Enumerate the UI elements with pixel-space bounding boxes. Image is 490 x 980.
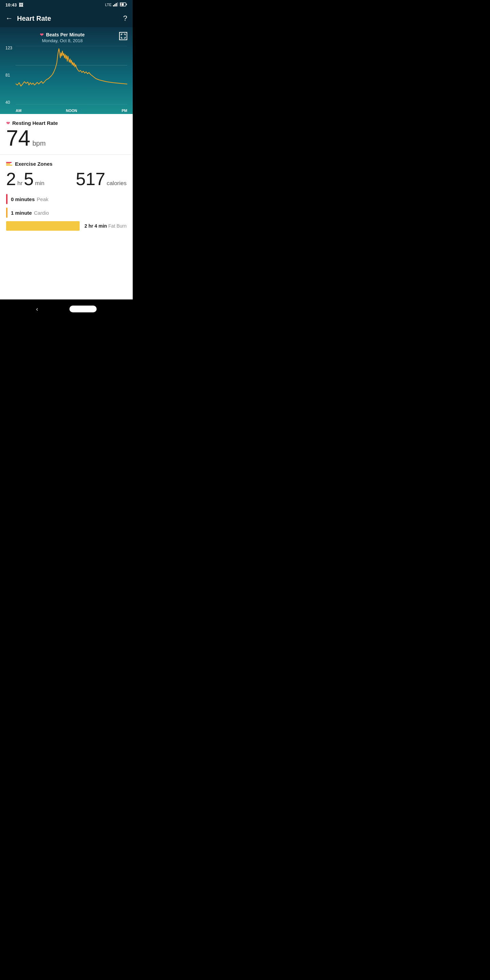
- zone-row-peak: 0 minutes Peak: [6, 194, 127, 204]
- x-label-noon: NOON: [66, 108, 77, 113]
- cardio-zone-indicator: [6, 208, 8, 218]
- peak-name: Peak: [37, 196, 48, 202]
- chart-x-labels: AM NOON PM: [16, 108, 127, 113]
- content-section: ❤ Resting Heart Rate 74 bpm Exercise Zon…: [0, 114, 133, 238]
- exercise-hr-unit: hr: [18, 180, 22, 187]
- resting-value-row: 74 bpm: [6, 127, 127, 149]
- cardio-minutes: 1 minute: [11, 210, 32, 216]
- photo-icon: 🖼: [19, 2, 23, 8]
- exercise-stats-row: 2 hr 5 min 517 calories: [6, 170, 127, 188]
- x-label-am: AM: [16, 108, 21, 113]
- calories-unit: calories: [107, 180, 127, 187]
- status-time-group: 10:43 🖼: [5, 2, 23, 8]
- svg-rect-0: [113, 5, 114, 6]
- resting-bpm-unit: bpm: [32, 140, 46, 147]
- exercise-min-unit: min: [35, 180, 44, 187]
- status-time: 10:43: [5, 2, 17, 8]
- help-button[interactable]: ?: [123, 14, 127, 23]
- heart-rate-chart: [16, 46, 127, 105]
- peak-zone-text: 0 minutes Peak: [11, 196, 48, 202]
- svg-rect-5: [126, 4, 127, 5]
- exercise-minutes: 5: [24, 170, 34, 188]
- cardio-zone-text: 1 minute Cardio: [11, 210, 49, 216]
- y-label-low: 40: [5, 100, 12, 105]
- nav-back-button[interactable]: ‹: [36, 305, 38, 313]
- chart-svg-container: [16, 46, 127, 105]
- exercise-hours: 2: [6, 170, 16, 188]
- chart-title-group: ❤ Beats Per Minute Monday, Oct 8, 2018: [5, 32, 119, 43]
- back-button[interactable]: ←: [5, 14, 13, 23]
- page-title: Heart Rate: [17, 14, 123, 22]
- battery-icon: [120, 2, 127, 7]
- header: ← Heart Rate ?: [0, 10, 133, 27]
- resting-bpm-value: 74: [6, 127, 30, 149]
- fatburn-bar: [6, 221, 80, 231]
- spacer: [0, 238, 133, 299]
- status-bar: 10:43 🖼 LTE: [0, 0, 133, 10]
- svg-rect-2: [116, 3, 117, 6]
- exercise-time: 2 hr 5 min: [6, 170, 44, 188]
- signal-icon: [113, 2, 118, 7]
- chart-header: ❤ Beats Per Minute Monday, Oct 8, 2018: [5, 32, 127, 43]
- exercise-zones-section: Exercise Zones 2 hr 5 min 517 calories 0…: [0, 155, 133, 238]
- y-label-mid: 81: [5, 73, 12, 77]
- status-icons: LTE: [105, 2, 127, 7]
- expand-button[interactable]: [119, 32, 127, 40]
- nav-home-pill[interactable]: [69, 305, 97, 312]
- x-label-pm: PM: [121, 108, 127, 113]
- svg-rect-1: [115, 4, 115, 6]
- chart-date: Monday, Oct 8, 2018: [42, 38, 83, 43]
- lte-label: LTE: [105, 3, 111, 7]
- chart-title: Beats Per Minute: [46, 32, 85, 37]
- chart-area: 123 81 40 AM NOON PM: [5, 46, 127, 114]
- resting-label-row: ❤ Resting Heart Rate: [6, 120, 127, 126]
- zone-row-cardio: 1 minute Cardio: [6, 208, 127, 218]
- svg-rect-6: [121, 3, 124, 6]
- heart-icon: ❤: [40, 32, 44, 37]
- peak-zone-indicator: [6, 194, 8, 204]
- zones-icon: [6, 162, 12, 166]
- zone-row-fatburn: 2 hr 4 min Fat Burn: [6, 221, 127, 231]
- calories-value: 517: [76, 170, 105, 188]
- peak-minutes: 0 minutes: [11, 196, 35, 202]
- chart-y-labels: 123 81 40: [5, 46, 12, 105]
- fatburn-label: 2 hr 4 min Fat Burn: [84, 223, 127, 229]
- exercise-zones-label-row: Exercise Zones: [6, 161, 127, 167]
- svg-rect-3: [117, 2, 118, 6]
- y-label-high: 123: [5, 46, 12, 50]
- exercise-zones-label: Exercise Zones: [15, 161, 52, 167]
- resting-heart-icon: ❤: [6, 121, 10, 126]
- nav-bar: ‹: [0, 299, 133, 318]
- resting-heart-rate-section: ❤ Resting Heart Rate 74 bpm: [0, 114, 133, 155]
- exercise-calories: 517 calories: [76, 170, 127, 188]
- chart-section: ❤ Beats Per Minute Monday, Oct 8, 2018 1…: [0, 27, 133, 114]
- cardio-name: Cardio: [34, 210, 49, 216]
- resting-label: Resting Heart Rate: [12, 120, 58, 126]
